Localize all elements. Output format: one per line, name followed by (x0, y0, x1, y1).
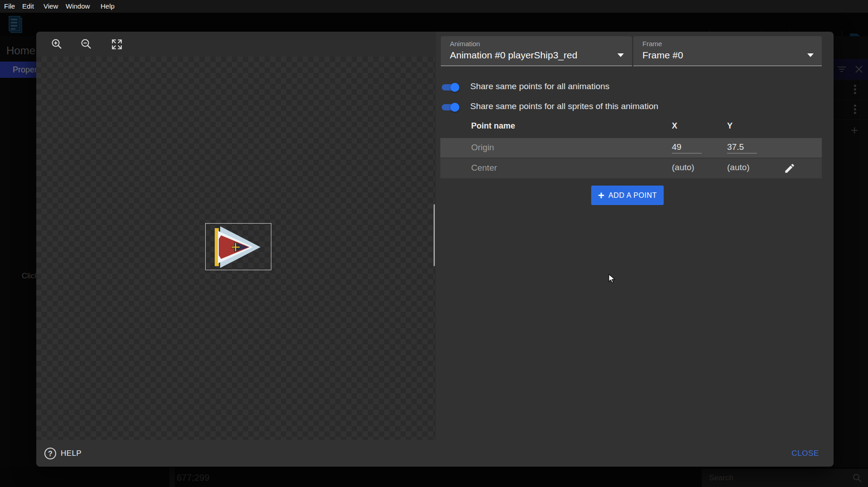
table-row-origin[interactable]: Origin 49 37.5 (440, 138, 822, 158)
help-button[interactable]: ? HELP (44, 446, 82, 461)
add-point-button[interactable]: + ADD A POINT (591, 186, 664, 205)
point-name: Origin (471, 143, 494, 153)
point-name: Center (471, 163, 497, 173)
chevron-down-icon (617, 53, 624, 57)
menu-window[interactable]: Window (66, 2, 90, 10)
col-header-y: Y (727, 121, 733, 131)
menu-help[interactable]: Help (101, 2, 115, 10)
pane-divider (435, 32, 435, 440)
share-points-sprites-row: Share same points for all sprites of thi… (441, 100, 822, 115)
share-points-animations-row: Share same points for all animations (441, 80, 822, 95)
player-ship-sprite[interactable] (206, 224, 272, 271)
col-header-name: Point name (471, 121, 515, 131)
animation-select-label: Animation (450, 40, 480, 48)
animation-select-value: Animation #0 playerShip3_red (450, 50, 577, 61)
toggle-label: Share same points for all sprites of thi… (470, 101, 658, 111)
origin-y-field[interactable]: 37.5 (727, 142, 757, 153)
mouse-cursor (608, 274, 617, 284)
center-y-value: (auto) (727, 162, 757, 172)
sprite-canvas[interactable] (36, 57, 435, 440)
chevron-down-icon (807, 53, 814, 57)
dialog-footer: ? HELP CLOSE (36, 440, 834, 467)
table-row-center[interactable]: Center (auto) (auto) (440, 158, 822, 178)
frame-select-label: Frame (642, 40, 662, 48)
sprite-selection-frame[interactable] (205, 223, 271, 270)
menu-edit[interactable]: Edit (22, 2, 34, 10)
zoom-in-icon[interactable] (51, 38, 63, 50)
frame-select[interactable]: Frame Frame #0 (633, 36, 822, 66)
share-points-sprites-toggle[interactable] (442, 104, 458, 110)
animation-select[interactable]: Animation Animation #0 playerShip3_red (441, 36, 632, 66)
origin-x-field[interactable]: 49 (672, 142, 702, 153)
close-button[interactable]: CLOSE (791, 449, 819, 458)
share-points-animations-toggle[interactable] (442, 84, 458, 91)
toggle-label: Share same points for all animations (470, 81, 609, 91)
frame-select-value: Frame #0 (642, 50, 683, 61)
zoom-out-icon[interactable] (81, 38, 92, 50)
canvas-scrollbar[interactable] (434, 204, 435, 266)
menu-bar: File Edit View Window Help (0, 0, 868, 13)
center-x-value: (auto) (672, 162, 702, 172)
edit-pencil-icon[interactable] (784, 162, 796, 174)
edit-points-dialog: Animation Animation #0 playerShip3_red F… (36, 32, 834, 467)
col-header-x: X (672, 121, 677, 131)
canvas-zoom-toolbar (36, 32, 435, 57)
menu-view[interactable]: View (43, 2, 58, 10)
menu-file[interactable]: File (4, 2, 15, 10)
help-question-icon: ? (44, 448, 56, 459)
plus-icon: + (598, 191, 604, 200)
zoom-fit-icon[interactable] (111, 38, 123, 50)
